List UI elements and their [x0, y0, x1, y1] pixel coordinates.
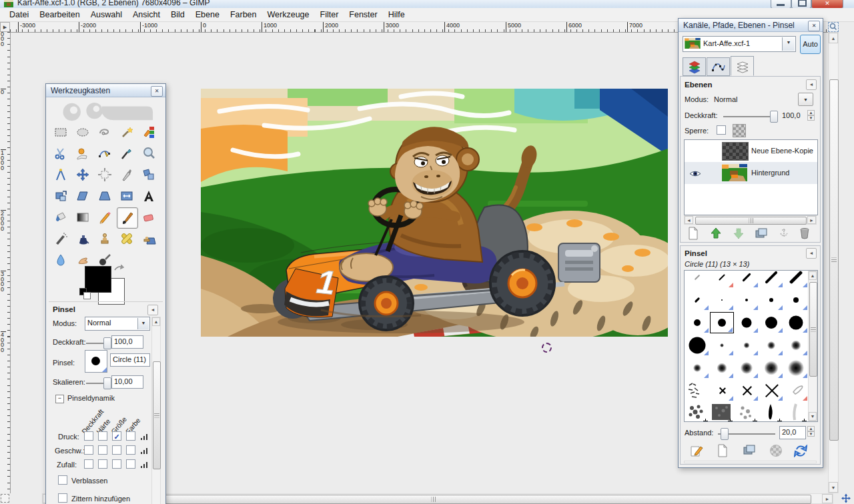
dock-titlebar[interactable]: Kanäle, Pfade, Ebenen - Pinsel ✕	[679, 19, 823, 32]
lock-alpha-icon[interactable]	[733, 124, 746, 137]
brush-item[interactable]	[759, 357, 783, 379]
geschw-groesse-checkbox[interactable]	[112, 445, 121, 455]
brush-item[interactable]	[735, 380, 759, 401]
tool-clone[interactable]	[95, 229, 115, 249]
new-brush-button[interactable]	[717, 444, 729, 459]
layer-row-hintergrund[interactable]: Hintergrund	[685, 162, 817, 184]
brush-item[interactable]	[685, 335, 709, 356]
foreground-color-swatch[interactable]	[85, 266, 111, 293]
modus-dropdown[interactable]: Normal ▼	[85, 317, 150, 331]
brush-item[interactable]	[759, 270, 783, 288]
vscroll-thumb[interactable]	[829, 79, 839, 441]
tool-scissors-select[interactable]	[51, 143, 71, 163]
hscroll-thumb[interactable]	[56, 495, 811, 504]
tool-perspective[interactable]	[95, 186, 115, 206]
dropdown-arrow-icon[interactable]: ▼	[137, 318, 149, 329]
menu-item-bild[interactable]: Bild	[165, 9, 190, 21]
collapse-options-button[interactable]: ◄	[147, 305, 158, 315]
tool-scale[interactable]	[51, 186, 71, 206]
druck-haerte-checkbox[interactable]	[98, 431, 107, 441]
zoom-follow-button[interactable]	[828, 22, 839, 32]
collapse-brushes-button[interactable]: ◄	[806, 248, 817, 259]
tool-eraser[interactable]	[139, 207, 159, 227]
brush-item[interactable]	[735, 312, 759, 333]
tool-text[interactable]	[139, 186, 159, 206]
tab-layers[interactable]	[731, 56, 754, 76]
ruler-corner-button[interactable]: ▶	[0, 22, 10, 32]
scroll-right-icon[interactable]: ►	[822, 494, 833, 503]
collapse-layers-button[interactable]: ◄	[806, 79, 817, 90]
menu-item-datei[interactable]: Datei	[4, 9, 34, 21]
tool-zoom[interactable]	[139, 143, 159, 163]
duplicate-brush-button[interactable]	[743, 445, 757, 458]
pan-navigation-button[interactable]	[839, 493, 853, 504]
brush-item[interactable]	[710, 270, 734, 288]
layer-hscroll-thumb[interactable]	[695, 217, 807, 225]
options-scroll-thumb[interactable]	[153, 361, 161, 469]
dropdown-arrow-icon[interactable]: ▼	[782, 37, 795, 51]
tool-move[interactable]	[73, 165, 93, 185]
tool-foreground-select[interactable]	[73, 143, 93, 163]
anchor-layer-button[interactable]	[778, 227, 790, 241]
tool-rect-select[interactable]	[51, 122, 71, 142]
brush-item[interactable]	[685, 312, 709, 333]
abstand-spinner[interactable]: ▲▼	[807, 426, 815, 437]
brush-item[interactable]	[784, 403, 808, 422]
zufall-groesse-checkbox[interactable]	[112, 459, 121, 469]
tool-pencil[interactable]	[95, 207, 115, 227]
brush-item[interactable]	[759, 335, 783, 356]
zittern-checkbox[interactable]	[58, 493, 67, 503]
scroll-left-icon[interactable]: ◄	[685, 216, 693, 224]
layers-deckkraft-slider[interactable]	[723, 116, 775, 117]
brush-item[interactable]	[784, 380, 808, 401]
options-scrollbar[interactable]: ▲	[151, 317, 161, 504]
tool-heal[interactable]	[117, 229, 137, 249]
scroll-up-icon[interactable]: ▲	[152, 317, 160, 326]
lower-layer-button[interactable]	[733, 227, 745, 241]
menu-item-auswahl[interactable]: Auswahl	[85, 9, 127, 21]
brush-item[interactable]	[784, 357, 808, 379]
scroll-right-icon[interactable]: ►	[807, 216, 816, 224]
brush-item[interactable]	[710, 403, 734, 422]
expander-icon[interactable]: −	[55, 395, 64, 403]
geschw-farbe-checkbox[interactable]	[126, 445, 135, 455]
swap-colors-icon[interactable]	[113, 264, 124, 273]
tool-align[interactable]	[95, 165, 115, 185]
toolbox-titlebar[interactable]: Werkzeugkasten ✕	[46, 84, 165, 97]
tool-paths[interactable]	[95, 143, 115, 163]
pinsel-value[interactable]: Circle (11)	[110, 353, 150, 367]
brush-item[interactable]	[735, 357, 759, 379]
brush-item[interactable]	[685, 289, 709, 311]
geschw-deckkraft-checkbox[interactable]	[84, 445, 93, 455]
brush-item[interactable]	[685, 380, 709, 401]
tool-color-picker[interactable]	[117, 143, 137, 163]
brush-item[interactable]	[735, 289, 759, 311]
abstand-value[interactable]: 20,0	[779, 426, 806, 439]
abstand-slider-thumb[interactable]	[721, 428, 729, 440]
canvas-image[interactable]: 1	[201, 89, 668, 337]
tool-crop[interactable]	[117, 165, 137, 185]
tool-free-select[interactable]	[95, 122, 115, 142]
layer-row-neue-ebene-kopie[interactable]: Neue Ebene-Kopie	[685, 140, 817, 162]
curve-bars-icon[interactable]	[141, 461, 149, 468]
tool-ellipse-select[interactable]	[73, 122, 93, 142]
deckkraft-value[interactable]: 100,0	[111, 335, 143, 349]
sperre-checkbox[interactable]	[717, 125, 726, 135]
skalieren-value[interactable]: 10,00	[111, 375, 143, 389]
menu-item-filter[interactable]: Filter	[315, 9, 344, 21]
brush-item[interactable]	[735, 403, 759, 422]
menu-item-werkzeuge[interactable]: Werkzeuge	[262, 9, 315, 21]
dock-close-button[interactable]: ✕	[808, 21, 820, 31]
new-layer-button[interactable]	[687, 227, 699, 242]
toolbox-close-button[interactable]: ✕	[151, 86, 163, 97]
brush-item[interactable]	[710, 357, 734, 379]
tab-channels[interactable]	[683, 57, 706, 76]
brush-scroll-thumb[interactable]	[809, 282, 817, 377]
tool-blur-sharpen[interactable]	[51, 250, 71, 270]
visibility-eye-icon[interactable]	[689, 169, 701, 178]
tool-gradient[interactable]	[73, 207, 93, 227]
delete-layer-button[interactable]	[799, 227, 810, 241]
curve-bars-icon[interactable]	[141, 447, 149, 454]
tool-airbrush[interactable]	[51, 229, 71, 249]
zufall-deckkraft-checkbox[interactable]	[84, 459, 93, 469]
